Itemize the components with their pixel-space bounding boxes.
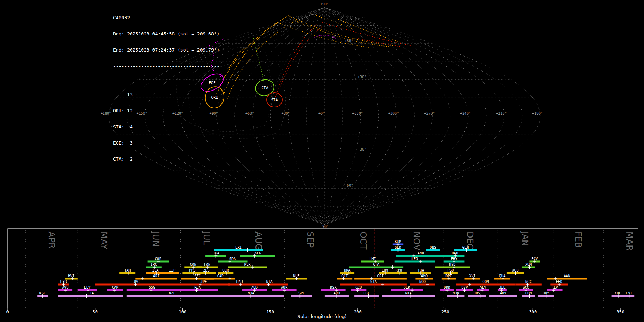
ecliptic-lon-label: +0°: [318, 112, 325, 116]
shower-code-label: DSV: [461, 286, 468, 289]
activity-bar: [240, 255, 275, 257]
count-line-sta: STA: 4: [113, 124, 219, 130]
count-line-ori: ORI: 12: [113, 108, 219, 113]
shower-activity-ARD: ARD: [325, 291, 349, 298]
meteor-track: [322, 22, 412, 46]
shower-code-label: OBS: [430, 245, 436, 249]
shower-code-label: NZC: [169, 291, 175, 295]
shower-code-label: IIP: [169, 268, 175, 272]
month-label-JUL: JUL: [201, 231, 211, 245]
shower-activity-KCG: KCG: [240, 251, 275, 258]
shower-code-label: SSG: [149, 286, 155, 289]
shower-code-label: OHY: [543, 291, 549, 295]
activity-bar: [291, 295, 312, 297]
month-label-NOV: NOV: [411, 231, 421, 250]
ecliptic-lon-label: +30°: [281, 112, 290, 116]
shower-code-label: FED: [556, 280, 562, 284]
shower-code-label: AMO: [421, 274, 428, 278]
activity-bar: [127, 295, 218, 297]
shower-code-label: NCC: [525, 280, 532, 284]
shower-activity-STA: STA: [340, 280, 407, 287]
shower-code-label: DAD: [452, 251, 458, 255]
activity-bar: [468, 295, 486, 297]
x-axis-title: Solar longitude (deg): [0, 314, 644, 319]
shower-code-label: ECV: [531, 257, 538, 261]
shower-code-label: AAN: [564, 274, 570, 278]
shower-code-label: THA: [418, 268, 424, 272]
ecliptic-lon-label: +300°: [388, 112, 399, 116]
shower-code-label: CAP: [217, 274, 224, 278]
activity-bar: [547, 278, 587, 280]
shower-activity-DPC: DPC: [442, 274, 456, 281]
shower-activity-SLD: SLD: [391, 245, 405, 252]
activity-bar: [410, 284, 435, 286]
shower-code-label: JPE: [200, 280, 207, 284]
shower-code-label: ALY: [480, 286, 486, 289]
radiant-label: CTA: [262, 86, 269, 90]
month-label-JAN: JAN: [520, 231, 530, 246]
shower-code-label: ETA: [87, 291, 94, 295]
map-meridian: [325, 8, 450, 225]
shower-code-label: CTA: [373, 263, 379, 267]
shower-activity-JMC: JMC: [95, 280, 177, 287]
shower-code-label: EGE: [363, 291, 370, 295]
shower-activity-EVI: EVI: [624, 291, 634, 298]
shower-activity-GUM: GUM: [522, 291, 535, 298]
shower-code-label: NTA: [405, 291, 412, 295]
shower-code-label: ZCS: [203, 268, 209, 272]
shower-activity-IIP: IIP: [165, 268, 179, 275]
shower-activity-AVB: AVB: [58, 286, 72, 292]
month-label-MAR: MAR: [624, 231, 634, 251]
shower-activity-PAU: PAU: [228, 280, 251, 287]
shower-code-label: OER: [404, 286, 410, 289]
shower-code-label: COM: [482, 280, 489, 284]
activity-bar: [396, 255, 445, 257]
shower-activity-ARI: ARI: [135, 274, 177, 281]
shower-activity-XHE: XHE: [612, 291, 624, 298]
meteor-track: [221, 16, 394, 103]
shower-code-label: HVI: [68, 274, 75, 278]
month-label-MAY: MAY: [99, 231, 109, 249]
shower-code-label: OCU: [355, 286, 362, 289]
shower-activity-XVI: XVI: [465, 274, 480, 281]
ecliptic-lat-label: +60°: [345, 39, 353, 43]
shower-activity-JXA: JXA: [205, 251, 226, 258]
shower-code-label: AVB: [62, 286, 68, 289]
shower-code-label: IEA: [152, 268, 159, 272]
shower-activity-PCA: PCA: [177, 286, 218, 292]
shower-activity-LEO: LEO: [395, 257, 435, 264]
shower-code-label: LMI: [369, 257, 376, 261]
shower-code-label: GEM: [462, 245, 469, 249]
map-meridian: [235, 8, 325, 225]
shower-code-label: ELY: [84, 286, 91, 289]
shower-code-label: NOO: [419, 280, 426, 284]
month-label-OCT: OCT: [358, 231, 368, 250]
shower-activity-AUR: AUR: [272, 286, 297, 292]
shower-activity-NUE: NUE: [286, 274, 307, 281]
activity-bar: [447, 295, 465, 297]
ecliptic-lon-label: +60°: [245, 112, 254, 116]
shower-activity-OBS: OBS: [426, 245, 440, 252]
activity-bar: [228, 267, 267, 268]
shower-code-label: EVI: [626, 291, 632, 295]
shower-code-label: LUM: [382, 268, 388, 272]
shower-activity-SPE: SPE: [291, 291, 312, 298]
shower-code-label: CAN: [190, 263, 196, 267]
activity-bar: [340, 284, 407, 286]
shower-activity-FEV: FEV: [547, 286, 563, 292]
count-line-ege: EGE: 3: [113, 140, 219, 146]
ecliptic-lat-label: +30°: [358, 75, 366, 79]
radiant-label: STA: [271, 98, 278, 102]
shower-activity-QUA: QUA: [494, 274, 510, 281]
shower-code-label: DSX: [330, 286, 336, 289]
shower-code-label: HYD: [449, 263, 455, 267]
shower-code-label: ERI: [235, 245, 242, 249]
shower-code-label: SPE: [298, 291, 305, 295]
activity-bar: [349, 267, 403, 268]
shower-code-label: XUM: [525, 263, 532, 267]
activity-bar: [382, 295, 435, 297]
shower-code-label: SCC: [523, 286, 529, 289]
shower-code-label: FEV: [551, 286, 558, 289]
shower-activity-MON: MON: [447, 291, 465, 298]
shower-code-label: KUM: [395, 240, 401, 244]
